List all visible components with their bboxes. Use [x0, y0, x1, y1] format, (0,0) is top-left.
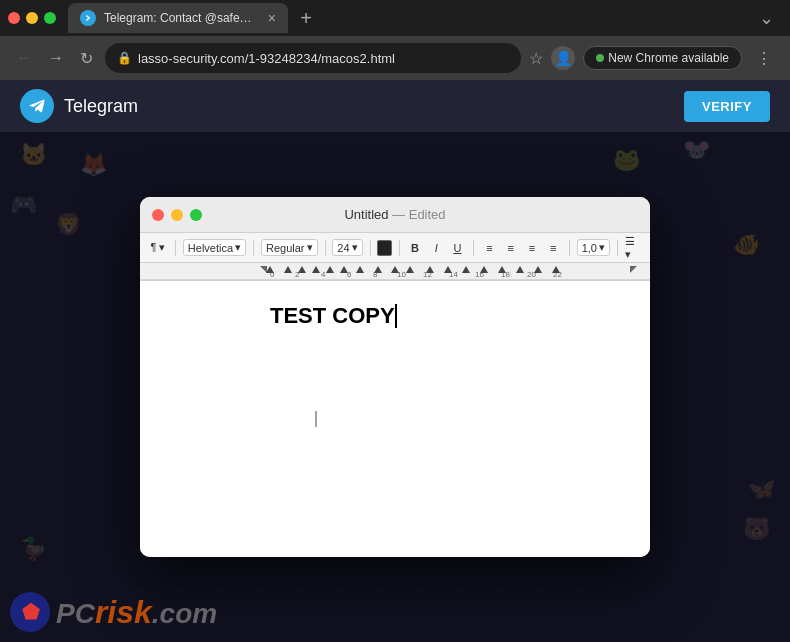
- svg-marker-32: [630, 266, 637, 273]
- mac-maximize-btn[interactable]: [190, 209, 202, 221]
- tab-title: Telegram: Contact @safeguar...: [104, 11, 256, 25]
- profile-icon[interactable]: 👤: [551, 46, 575, 70]
- editor-area[interactable]: TEST COPY: [140, 281, 650, 557]
- align-left-btn[interactable]: ≡: [481, 238, 498, 258]
- italic-button[interactable]: I: [428, 238, 445, 258]
- pcrisk-text: PCrisk.com: [56, 594, 217, 631]
- doodle-3: 🐭: [683, 137, 710, 163]
- maximize-window-btn[interactable]: [44, 12, 56, 24]
- toolbar-sep-5: [399, 240, 400, 256]
- editor-title-suffix: — Edited: [392, 207, 445, 222]
- telegram-icon: [20, 89, 54, 123]
- font-size: 24: [337, 242, 349, 254]
- browser-frame: Telegram: Contact @safeguar... × + ⌄ ← →…: [0, 0, 790, 642]
- verify-button[interactable]: VERIFY: [684, 91, 770, 122]
- reload-button[interactable]: ↻: [76, 45, 97, 72]
- browser-menu-icon[interactable]: ⋮: [750, 45, 778, 72]
- tab-close-icon[interactable]: ×: [268, 10, 276, 26]
- tab-bar: Telegram: Contact @safeguar... × + ⌄: [0, 0, 790, 36]
- toolbar-sep-1: [175, 240, 176, 256]
- telegram-logo: Telegram: [20, 89, 138, 123]
- chrome-update-badge[interactable]: New Chrome available: [583, 46, 742, 70]
- line-spacing-dropdown[interactable]: 1,0 ▾: [577, 239, 610, 256]
- mac-minimize-btn[interactable]: [171, 209, 183, 221]
- telegram-name: Telegram: [64, 96, 138, 117]
- minimize-window-btn[interactable]: [26, 12, 38, 24]
- style-dropdown[interactable]: Regular ▾: [261, 239, 318, 256]
- font-dropdown-icon: ▾: [235, 241, 241, 254]
- doodle-5: 🦆: [20, 536, 47, 562]
- svg-marker-25: [462, 266, 470, 273]
- mac-title: Untitled — Edited: [344, 207, 445, 222]
- svg-marker-14: [284, 266, 292, 273]
- svg-text:10: 10: [397, 270, 406, 279]
- align-justify-btn[interactable]: ≡: [545, 238, 562, 258]
- doodle-6: 🐻: [743, 516, 770, 542]
- editor-content: TEST COPY: [270, 301, 520, 332]
- editor-toolbar: ¶ ▾ Helvetica ▾ Regular ▾: [140, 233, 650, 263]
- toolbar-sep-2: [253, 240, 254, 256]
- pcrisk-icon: ⬟: [10, 592, 50, 632]
- underline-button[interactable]: U: [449, 238, 466, 258]
- color-swatch[interactable]: [377, 240, 391, 256]
- size-dropdown-icon: ▾: [352, 241, 358, 254]
- url-bar[interactable]: 🔒 lasso-security.com/1-93248234/macos2.h…: [105, 43, 521, 73]
- svg-marker-16: [312, 266, 320, 273]
- mac-controls: [152, 209, 202, 221]
- pcrisk-risk: risk: [95, 594, 152, 630]
- editor-title: Untitled: [344, 207, 388, 222]
- doodle-2: 🦊: [80, 152, 107, 178]
- paragraph-style-btn[interactable]: ¶ ▾: [148, 238, 168, 258]
- active-tab[interactable]: Telegram: Contact @safeguar... ×: [68, 3, 288, 33]
- size-dropdown[interactable]: 24 ▾: [332, 239, 362, 256]
- font-dropdown[interactable]: Helvetica ▾: [183, 239, 246, 256]
- main-area: 🐱 🦊 🐭 🐸 🦆 🐻 🎮 🦋 🐠 🦁: [0, 132, 790, 642]
- new-tab-button[interactable]: +: [292, 4, 320, 32]
- svg-marker-28: [516, 266, 524, 273]
- telegram-svg: [27, 96, 47, 116]
- svg-marker-22: [406, 266, 414, 273]
- svg-marker-19: [356, 266, 364, 273]
- dark-background: Telegram VERIFY 🐱 🦊 🐭 🐸 🦆 🐻 🎮 🦋 🐠 🦁: [0, 80, 790, 642]
- forward-button[interactable]: →: [44, 45, 68, 71]
- doodle-4: 🐸: [613, 147, 640, 173]
- mac-titlebar: Untitled — Edited: [140, 197, 650, 233]
- doodle-10: 🦁: [55, 212, 82, 238]
- doodle-9: 🐠: [733, 232, 760, 258]
- doodle-1: 🐱: [20, 142, 47, 168]
- editor-text-content: TEST COPY: [270, 303, 395, 328]
- tab-bar-right: ⌄: [751, 3, 782, 33]
- align-right-btn[interactable]: ≡: [523, 238, 540, 258]
- toolbar-sep-6: [473, 240, 474, 256]
- tab-menu-icon[interactable]: ⌄: [751, 3, 782, 33]
- font-name: Helvetica: [188, 242, 233, 254]
- list-btn[interactable]: ☰ ▾: [625, 238, 642, 258]
- mac-close-btn[interactable]: [152, 209, 164, 221]
- doodle-7: 🎮: [10, 192, 37, 218]
- ruler-svg: 0 2 4 6 8 10 12 14 16 18 20: [140, 263, 650, 281]
- ibeam-cursor: [315, 411, 317, 427]
- close-window-btn[interactable]: [8, 12, 20, 24]
- align-center-btn[interactable]: ≡: [502, 238, 519, 258]
- svg-text:6: 6: [347, 270, 352, 279]
- pcrisk-watermark: ⬟ PCrisk.com: [10, 592, 217, 632]
- lock-icon: 🔒: [117, 51, 132, 65]
- update-badge-label: New Chrome available: [608, 51, 729, 65]
- back-button[interactable]: ←: [12, 45, 36, 71]
- toolbar-sep-3: [325, 240, 326, 256]
- address-bar: ← → ↻ 🔒 lasso-security.com/1-93248234/ma…: [0, 36, 790, 80]
- style-dropdown-icon: ▾: [307, 241, 313, 254]
- svg-marker-17: [326, 266, 334, 273]
- svg-marker-31: [260, 266, 267, 273]
- bookmark-icon[interactable]: ☆: [529, 49, 543, 68]
- page-content: Telegram VERIFY 🐱 🦊 🐭 🐸 🦆 🐻 🎮 🦋 🐠 🦁: [0, 80, 790, 642]
- line-spacing-value: 1,0: [582, 242, 597, 254]
- toolbar-sep-8: [617, 240, 618, 256]
- ruler: 0 2 4 6 8 10 12 14 16 18 20: [140, 263, 650, 281]
- bold-button[interactable]: B: [406, 238, 423, 258]
- toolbar-sep-4: [370, 240, 371, 256]
- line-spacing-icon: ▾: [599, 241, 605, 254]
- url-text: lasso-security.com/1-93248234/macos2.htm…: [138, 51, 509, 66]
- macos-window: Untitled — Edited ¶ ▾ Helvetica ▾: [140, 197, 650, 557]
- toolbar-format-group: ¶ ▾: [148, 238, 168, 258]
